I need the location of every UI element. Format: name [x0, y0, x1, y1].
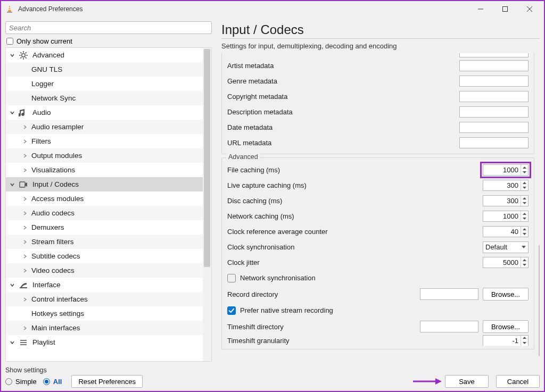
prefer-native-checkbox[interactable] — [227, 306, 236, 315]
clock-sync-label: Clock synchronisation — [227, 243, 483, 251]
chevron-right-icon[interactable] — [22, 253, 28, 260]
tree-item-subtitle-codecs[interactable]: Subtitle codecs — [6, 249, 211, 263]
chevron-down-icon[interactable] — [9, 282, 15, 288]
simple-radio[interactable] — [5, 378, 12, 385]
tree-item-video-codecs[interactable]: Video codecs — [6, 263, 211, 278]
chevron-down-icon[interactable] — [9, 110, 15, 116]
spinner-buttons[interactable] — [521, 165, 528, 175]
chevron-right-icon[interactable] — [22, 167, 28, 173]
metadata-label: Copyright metadata — [227, 93, 459, 101]
cancel-button[interactable]: Cancel — [496, 375, 540, 388]
tree-item-logger[interactable]: Logger — [6, 77, 211, 91]
metadata-label: Date metadata — [227, 123, 459, 131]
live-caching-spinner[interactable]: 300 — [483, 180, 529, 191]
tree-item-audio-codecs[interactable]: Audio codecs — [6, 206, 211, 220]
minimize-button[interactable] — [468, 1, 493, 17]
advanced-group: Advanced File caching (ms) 1000 Live cap… — [221, 157, 534, 349]
tree-item-control-interfaces[interactable]: Control interfaces — [6, 292, 211, 306]
svg-marker-25 — [523, 182, 526, 184]
chevron-right-icon[interactable] — [22, 296, 28, 303]
tree-item-input-codecs[interactable]: Input / Codecs — [6, 177, 211, 191]
chevron-right-icon[interactable] — [22, 138, 28, 145]
chevron-right-icon[interactable] — [22, 268, 28, 274]
record-dir-input[interactable] — [420, 288, 478, 300]
tree-item-filters[interactable]: Filters — [6, 134, 211, 148]
tree-item-audio[interactable]: Audio — [6, 105, 211, 120]
only-show-current-checkbox[interactable] — [6, 38, 13, 45]
all-radio[interactable] — [43, 378, 50, 385]
clock-avg-label: Clock reference average counter — [227, 228, 483, 236]
tree-scrollbar-thumb[interactable] — [204, 49, 210, 267]
record-dir-browse-button[interactable]: Browse... — [483, 288, 529, 301]
tree-item-main-interfaces[interactable]: Main interfaces — [6, 321, 211, 335]
show-settings-title: Show settings — [5, 366, 143, 374]
vlc-cone-icon — [5, 5, 14, 13]
tree-item-access-modules[interactable]: Access modules — [6, 191, 211, 206]
metadata-input[interactable] — [459, 122, 529, 133]
chevron-right-icon[interactable] — [22, 224, 28, 231]
svg-rect-3 — [8, 10, 11, 11]
chevron-right-icon[interactable] — [22, 124, 28, 130]
chevron-right-icon[interactable] — [22, 239, 28, 245]
timeshift-dir-browse-button[interactable]: Browse... — [483, 320, 529, 333]
tree-item-network-sync[interactable]: Network Sync — [6, 91, 211, 105]
disc-caching-spinner[interactable]: 300 — [483, 195, 529, 206]
chevron-right-icon[interactable] — [22, 196, 28, 202]
metadata-input[interactable] — [459, 137, 529, 148]
chevron-down-icon[interactable] — [9, 339, 15, 346]
save-button[interactable]: Save — [445, 375, 489, 388]
metadata-input[interactable] — [459, 106, 529, 118]
metadata-input[interactable] — [459, 76, 529, 87]
only-show-current[interactable]: Only show current — [5, 37, 212, 45]
tree-item-gnu-tls[interactable]: GNU TLS — [6, 62, 211, 77]
tree-item-label: Network Sync — [31, 94, 76, 102]
metadata-input[interactable] — [459, 91, 529, 102]
maximize-button[interactable] — [493, 1, 517, 17]
clock-jitter-label: Clock jitter — [227, 258, 483, 266]
chevron-right-icon[interactable] — [22, 210, 28, 216]
timeshift-dir-input[interactable] — [420, 321, 478, 332]
chevron-right-icon[interactable] — [22, 153, 28, 159]
clock-sync-select[interactable]: Default — [483, 241, 529, 253]
clock-avg-spinner[interactable]: 40 — [483, 226, 529, 237]
tree-item-stream-filters[interactable]: Stream filters — [6, 235, 211, 249]
simple-radio-label: Simple — [15, 378, 37, 386]
left-panel: Only show current AdvancedGNU TLSLoggerN… — [5, 17, 217, 362]
settings-tree[interactable]: AdvancedGNU TLSLoggerNetwork SyncAudioAu… — [5, 47, 212, 362]
reset-preferences-button[interactable]: Reset Preferences — [71, 375, 143, 388]
tree-item-visualizations[interactable]: Visualizations — [6, 163, 211, 177]
net-sync-checkbox[interactable] — [227, 274, 236, 282]
svg-marker-37 — [523, 342, 526, 344]
timeshift-gran-spinner[interactable]: -1 — [483, 335, 529, 346]
close-button[interactable] — [517, 1, 542, 17]
tree-item-audio-resampler[interactable]: Audio resampler — [6, 120, 211, 134]
clock-jitter-spinner[interactable]: 5000 — [483, 257, 529, 268]
chevron-right-icon[interactable] — [22, 325, 28, 331]
svg-marker-30 — [523, 218, 526, 220]
svg-marker-27 — [523, 197, 526, 199]
svg-marker-34 — [523, 259, 526, 261]
metadata-input[interactable] — [459, 60, 529, 71]
tree-scrollbar[interactable] — [203, 48, 211, 361]
tree-item-advanced[interactable]: Advanced — [6, 48, 211, 62]
form-scrollbar[interactable] — [539, 53, 540, 362]
tree-item-output-modules[interactable]: Output modules — [6, 148, 211, 163]
net-sync-label: Network synchronisation — [240, 274, 316, 282]
svg-line-15 — [26, 52, 27, 53]
search-input[interactable] — [5, 21, 212, 34]
chevron-down-icon[interactable] — [9, 181, 15, 188]
tree-item-hotkeys-settings[interactable]: Hotkeys settings — [6, 306, 211, 321]
tree-item-label: Audio — [32, 109, 51, 116]
file-caching-spinner[interactable]: 1000 — [483, 164, 529, 176]
metadata-input-cut[interactable] — [459, 53, 529, 57]
svg-marker-29 — [523, 213, 526, 215]
chevron-down-icon[interactable] — [9, 52, 15, 59]
form-scrollbar-thumb[interactable] — [539, 245, 540, 356]
tree-item-playlist[interactable]: Playlist — [6, 335, 211, 349]
tree-item-demuxers[interactable]: Demuxers — [6, 220, 211, 235]
right-panel: Input / Codecs Settings for input, demul… — [217, 17, 540, 362]
page-title: Input / Codecs — [221, 22, 540, 37]
net-caching-spinner[interactable]: 1000 — [483, 211, 529, 222]
tree-item-interface[interactable]: Interface — [6, 278, 211, 292]
tree-item-label: Output modules — [31, 152, 82, 160]
